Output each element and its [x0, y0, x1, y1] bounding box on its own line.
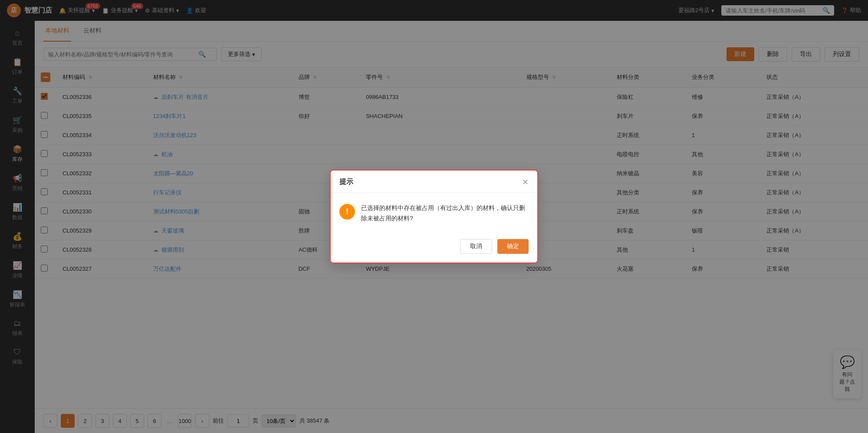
dialog-confirm-button[interactable]: 确定	[497, 239, 529, 254]
dialog-cancel-button[interactable]: 取消	[460, 239, 492, 254]
dialog-message: 已选择的材料中存在被占用（有过出入库）的材料，确认只删除未被占用的材料?	[361, 203, 529, 224]
confirm-dialog: 提示 ✕ ! 已选择的材料中存在被占用（有过出入库）的材料，确认只删除未被占用的…	[330, 170, 538, 264]
dialog-overlay: 提示 ✕ ! 已选择的材料中存在被占用（有过出入库）的材料，确认只删除未被占用的…	[0, 0, 868, 433]
dialog-header: 提示 ✕	[331, 171, 537, 193]
dialog-close-button[interactable]: ✕	[522, 177, 529, 187]
dialog-footer: 取消 确定	[331, 234, 537, 262]
dialog-body: ! 已选择的材料中存在被占用（有过出入库）的材料，确认只删除未被占用的材料?	[331, 193, 537, 234]
warning-icon: !	[339, 204, 355, 220]
dialog-title: 提示	[339, 177, 353, 187]
